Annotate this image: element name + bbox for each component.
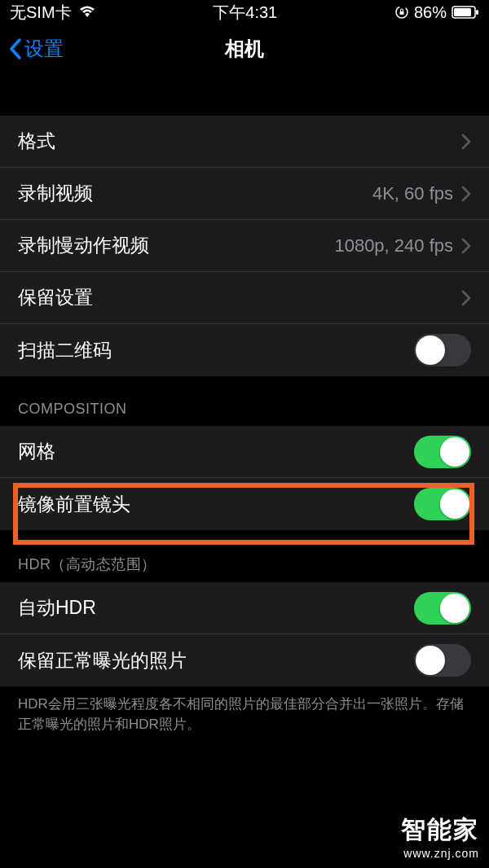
row-scan-qr: 扫描二维码 (0, 324, 489, 376)
chevron-right-icon (461, 290, 471, 306)
toggle-grid[interactable] (414, 436, 471, 468)
row-value: 4K, 60 fps (372, 183, 453, 204)
settings-group-hdr: 自动HDR 保留正常曝光的照片 (0, 582, 489, 686)
status-right: 86% (394, 3, 479, 22)
back-button[interactable]: 设置 (8, 36, 64, 62)
spacer (0, 73, 489, 116)
chevron-right-icon (461, 134, 471, 150)
chevron-left-icon (8, 37, 23, 60)
row-label: 保留设置 (18, 285, 93, 310)
row-auto-hdr: 自动HDR (0, 582, 489, 634)
row-mirror-front: 镜像前置镜头 (0, 478, 489, 530)
svg-rect-3 (454, 8, 471, 16)
status-bar: 无SIM卡 下午4:31 86% (0, 0, 489, 24)
row-label: 扫描二维码 (18, 338, 112, 363)
watermark: 智能家 www.znj.com (401, 813, 479, 860)
row-label: 镜像前置镜头 (18, 492, 130, 517)
row-record-slowmo[interactable]: 录制慢动作视频 1080p, 240 fps (0, 220, 489, 272)
row-label: 录制视频 (18, 181, 93, 206)
row-label: 自动HDR (18, 595, 96, 620)
toggle-scan-qr[interactable] (414, 334, 471, 366)
chevron-right-icon (461, 238, 471, 254)
row-label: 录制慢动作视频 (18, 233, 149, 258)
back-label: 设置 (24, 36, 64, 62)
row-detail (461, 134, 471, 150)
row-keep-normal: 保留正常曝光的照片 (0, 634, 489, 686)
battery-icon (452, 6, 479, 19)
row-label: 保留正常曝光的照片 (18, 648, 187, 673)
section-header-composition: COMPOSITION (0, 376, 489, 426)
row-label: 格式 (18, 129, 55, 154)
row-label: 网格 (18, 439, 55, 464)
row-preserve[interactable]: 保留设置 (0, 272, 489, 324)
wifi-icon (78, 6, 96, 19)
row-format[interactable]: 格式 (0, 116, 489, 168)
row-detail: 1080p, 240 fps (334, 235, 471, 256)
sim-status: 无SIM卡 (10, 2, 72, 24)
toggle-keep-normal[interactable] (414, 644, 471, 677)
row-record-video[interactable]: 录制视频 4K, 60 fps (0, 168, 489, 220)
toggle-mirror-front[interactable] (414, 488, 471, 520)
status-time: 下午4:31 (213, 2, 277, 24)
settings-group-main: 格式 录制视频 4K, 60 fps 录制慢动作视频 1080p, 240 fp… (0, 116, 489, 376)
status-left: 无SIM卡 (10, 2, 96, 24)
watermark-text: 智能家 (401, 813, 479, 847)
row-value: 1080p, 240 fps (334, 235, 453, 256)
page-title: 相机 (225, 36, 264, 62)
row-detail (461, 290, 471, 306)
section-footer-hdr: HDR会用三张曝光程度各不相同的照片的最佳部分合并出一张照片。存储正常曝光的照片… (0, 686, 489, 744)
row-detail: 4K, 60 fps (372, 183, 471, 204)
orientation-lock-icon (394, 5, 409, 20)
watermark-url: www.znj.com (401, 847, 479, 860)
battery-percent: 86% (414, 3, 447, 22)
toggle-auto-hdr[interactable] (414, 592, 471, 625)
chevron-right-icon (461, 186, 471, 202)
settings-group-composition: 网格 镜像前置镜头 (0, 426, 489, 530)
svg-rect-4 (476, 10, 478, 15)
section-header-hdr: HDR（高动态范围） (0, 530, 489, 582)
row-grid: 网格 (0, 426, 489, 478)
svg-rect-1 (399, 11, 403, 15)
nav-bar: 设置 相机 (0, 24, 489, 73)
